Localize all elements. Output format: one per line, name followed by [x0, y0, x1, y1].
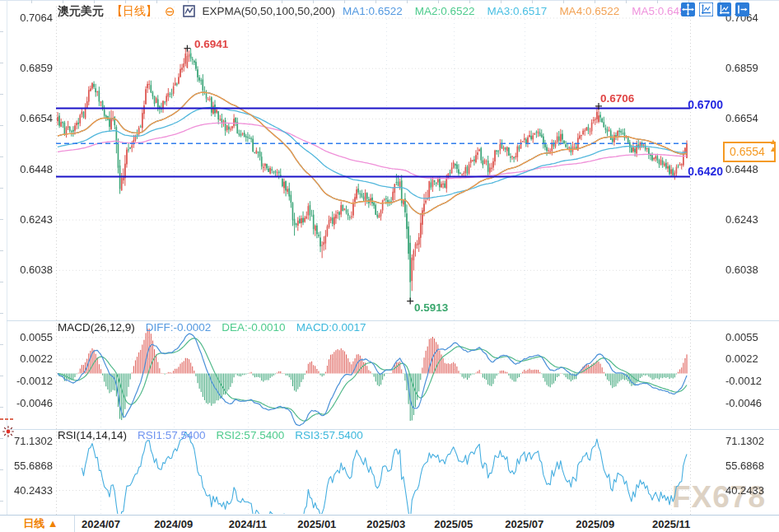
fit-vertical-axis-icon[interactable]	[699, 2, 713, 16]
macd-values: DIFF:-0.0002DEA:-0.0010MACD:0.0017	[146, 321, 366, 334]
last-price-box: 0.6554	[723, 142, 776, 162]
macd-y-axis-label-left: 0.0022	[3, 353, 53, 365]
ma-value-label: MA1:0.6522	[343, 5, 403, 17]
main-chart-header: 澳元美元 【日线】 ⊖ EXPMA(50,50,100,50,200) MA1:…	[58, 3, 692, 19]
ma-value-label: MA2:0.6522	[415, 5, 475, 17]
main-y-axis-label-right: 0.6448	[725, 164, 758, 175]
x-axis-date-label: 2025/05	[425, 518, 483, 530]
chart-toolbar	[681, 2, 749, 16]
main-y-axis-label-left: 0.6859	[8, 63, 53, 74]
annotation-low-0.5913: 0.5913	[414, 301, 448, 314]
ma-value-label: MA4:0.6522	[559, 5, 619, 17]
x-axis-date-label: 2025/01	[288, 518, 346, 530]
ma-value-label: MA3:0.6517	[487, 5, 548, 17]
rsi-values: RSI1:57.5400RSI2:57.5400RSI3:57.5400	[138, 429, 363, 441]
rsi-y-axis-label-right: 71.1302	[725, 436, 764, 447]
rsi-title: RSI(14,14,14)	[58, 429, 127, 441]
ma-values: MA1:0.6522MA2:0.6522MA3:0.6517MA4:0.6522…	[343, 5, 692, 17]
resistance-level-label: 0.6700	[685, 98, 723, 111]
fit-horizontal-axis-icon[interactable]	[717, 2, 731, 16]
rsi-y-axis-label-left: 40.2433	[3, 485, 53, 497]
line-chart-icon	[183, 5, 195, 17]
price-up-arrow-icon: ▲▲	[769, 138, 777, 152]
rsi-y-axis-label-right: 40.2433	[725, 485, 764, 497]
main-y-axis-label-right: 0.6859	[725, 63, 758, 74]
chart-app: FX678 澳元美元 【日线】 ⊖ EXPMA(50,50,100,50,200…	[0, 0, 779, 532]
macd-y-axis-label-left: -0.0012	[3, 376, 53, 387]
main-y-axis-label-right: 0.6038	[725, 264, 758, 276]
x-axis-date-label: 2024/11	[219, 518, 277, 530]
main-y-axis-label-right: 0.6654	[725, 113, 758, 124]
x-axis-date-label: 2024/09	[145, 518, 203, 530]
macd-panel-marks	[0, 418, 13, 420]
macd-title: MACD(26,12,9)	[58, 321, 135, 334]
period-tab-daily[interactable]: 日线 ▲	[7, 516, 75, 532]
hot-indicator-icon	[2, 425, 15, 438]
indicator-title: EXPMA(50,50,100,50,200)	[203, 5, 335, 17]
x-axis-date-label: 2025/09	[567, 518, 624, 530]
annotation-high-0.6941: 0.6941	[194, 38, 228, 50]
macd-y-axis-label-right: -0.0046	[725, 398, 762, 409]
period-tag: 【日线】	[111, 4, 157, 19]
bottom-bar: 日线 ▲ 2024/072024/092024/112025/012025/03…	[0, 516, 779, 532]
rsi-y-axis-label-right: 55.6868	[725, 460, 764, 472]
move-icon[interactable]	[681, 2, 695, 16]
main-y-axis-label-left: 0.6448	[8, 164, 53, 175]
macd-value-label: DIFF:-0.0002	[146, 321, 212, 334]
rsi-value-label: RSI3:57.5400	[295, 429, 363, 441]
main-y-axis-label-left: 0.6038	[8, 264, 53, 276]
macd-y-axis-label-left: -0.0046	[3, 398, 53, 409]
rsi-panel-header: RSI(14,14,14) RSI1:57.5400RSI2:57.5400RS…	[58, 429, 363, 441]
macd-y-axis-label-left: 0.0055	[3, 332, 53, 343]
macd-value-label: DEA:-0.0010	[222, 321, 285, 334]
main-y-axis-label-left: 0.6243	[8, 214, 53, 226]
x-axis-date-label: 2024/07	[72, 518, 129, 530]
pan-right-icon[interactable]	[735, 2, 749, 16]
macd-y-axis-label-right: 0.0022	[725, 353, 758, 365]
main-y-axis-label-left: 0.6654	[8, 113, 53, 124]
main-y-axis-label-left: 0.7064	[8, 12, 53, 24]
x-axis-date-label: 2025/03	[357, 518, 415, 530]
rsi-value-label: RSI2:57.5400	[217, 429, 285, 441]
support-level-label: 0.6420	[685, 165, 723, 178]
macd-y-axis-label-right: 0.0055	[725, 332, 758, 343]
price-chart-canvas[interactable]	[0, 0, 779, 532]
x-axis-date-label: 2025/07	[496, 518, 553, 530]
main-y-axis-label-right: 0.6243	[725, 214, 758, 226]
rsi-y-axis-label-left: 55.6868	[3, 460, 53, 472]
macd-y-axis-label-right: -0.0012	[725, 376, 762, 387]
rsi-value-label: RSI1:57.5400	[138, 429, 206, 441]
symbol-name: 澳元美元	[58, 4, 104, 19]
annotation-high-0.6706: 0.6706	[600, 92, 634, 105]
collapse-icon[interactable]: ⊖	[165, 6, 175, 17]
macd-value-label: MACD:0.0017	[296, 321, 366, 334]
macd-panel-header: MACD(26,12,9) DIFF:-0.0002DEA:-0.0010MAC…	[58, 321, 366, 334]
x-axis-date-label: 2025/11	[642, 518, 700, 530]
